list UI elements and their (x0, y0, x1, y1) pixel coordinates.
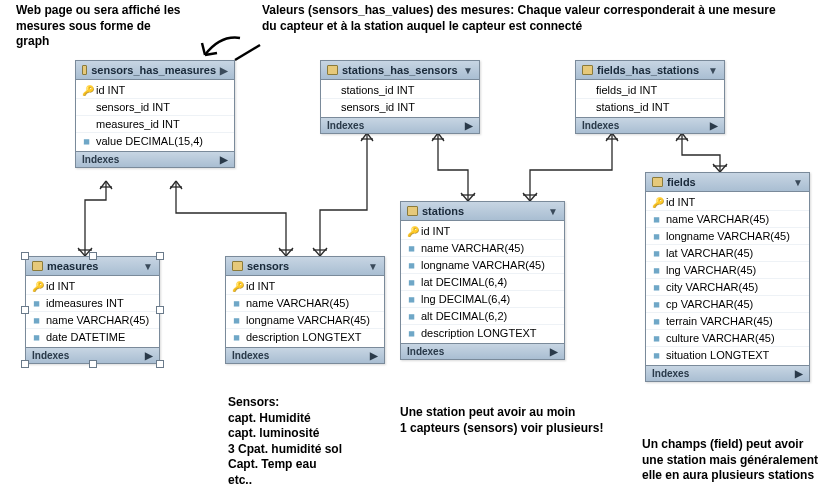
column-row[interactable]: city VARCHAR(45) (646, 279, 809, 296)
table-header[interactable]: fields ▼ (646, 173, 809, 192)
selection-handle[interactable] (21, 252, 29, 260)
column-row[interactable]: name VARCHAR(45) (646, 211, 809, 228)
expand-icon[interactable]: ▶ (795, 368, 803, 379)
table-icon (32, 261, 43, 271)
selection-handle[interactable] (156, 306, 164, 314)
column-row[interactable]: lat VARCHAR(45) (646, 245, 809, 262)
column-row[interactable]: measures_id INT (76, 116, 234, 133)
collapse-icon[interactable]: ▶ (220, 65, 228, 76)
expand-icon[interactable]: ▶ (220, 154, 228, 165)
column-row[interactable]: 🔑id INT (26, 278, 159, 295)
svg-line-14 (320, 248, 327, 256)
table-header[interactable]: stations_has_sensors ▼ (321, 61, 479, 80)
column-row[interactable]: name VARCHAR(45) (26, 312, 159, 329)
column-label: alt DECIMAL(6,2) (421, 310, 507, 322)
column-row[interactable]: description LONGTEXT (226, 329, 384, 345)
table-stations[interactable]: stations ▼ 🔑id INTname VARCHAR(45)longna… (400, 201, 565, 360)
svg-line-17 (367, 133, 373, 141)
column-row[interactable]: 🔑id INT (226, 278, 384, 295)
table-icon (407, 206, 418, 216)
column-row[interactable]: longname VARCHAR(45) (401, 257, 564, 274)
annotation-fields: Un champs (field) peut avoir une station… (642, 437, 830, 484)
table-icon (327, 65, 338, 75)
column-row[interactable]: stations_id INT (576, 99, 724, 115)
column-row[interactable]: description LONGTEXT (401, 325, 564, 341)
expand-icon[interactable]: ▶ (370, 350, 378, 361)
column-row[interactable]: 🔑id INT (401, 223, 564, 240)
indexes-section[interactable]: Indexes ▶ (646, 365, 809, 381)
selection-handle[interactable] (156, 360, 164, 368)
expand-icon[interactable]: ▶ (465, 120, 473, 131)
table-stations-has-sensors[interactable]: stations_has_sensors ▼ stations_id INTse… (320, 60, 480, 134)
table-fields[interactable]: fields ▼ 🔑id INTname VARCHAR(45)longname… (645, 172, 810, 382)
selection-handle[interactable] (21, 306, 29, 314)
diamond-icon (650, 348, 665, 363)
expand-icon[interactable]: ▶ (550, 346, 558, 357)
table-sensors-has-measures[interactable]: sensors_has_measures ▶ 🔑id INTsensors_id… (75, 60, 235, 168)
column-row[interactable]: culture VARCHAR(45) (646, 330, 809, 347)
column-row[interactable]: situation LONGTEXT (646, 347, 809, 363)
selection-handle[interactable] (156, 252, 164, 260)
expand-icon[interactable]: ▶ (145, 350, 153, 361)
table-measures[interactable]: measures ▼ 🔑id INTidmeasures INTname VAR… (25, 256, 160, 364)
diamond-icon (405, 292, 420, 307)
column-row[interactable]: longname VARCHAR(45) (646, 228, 809, 245)
annotation-values: Valeurs (sensors_has_values) des mesures… (262, 3, 822, 34)
column-row[interactable]: longname VARCHAR(45) (226, 312, 384, 329)
table-title: measures (47, 260, 98, 272)
column-row[interactable]: lng VARCHAR(45) (646, 262, 809, 279)
column-label: sensors_id INT (341, 101, 415, 113)
column-label: longname VARCHAR(45) (246, 314, 370, 326)
selection-handle[interactable] (89, 360, 97, 368)
column-row[interactable]: stations_id INT (321, 82, 479, 99)
indexes-section[interactable]: Indexes ▶ (401, 343, 564, 359)
selection-handle[interactable] (21, 360, 29, 368)
selection-handle[interactable] (89, 252, 97, 260)
table-header[interactable]: fields_has_stations ▼ (576, 61, 724, 80)
column-row[interactable]: name VARCHAR(45) (226, 295, 384, 312)
column-row[interactable]: 🔑id INT (646, 194, 809, 211)
column-row[interactable]: name VARCHAR(45) (401, 240, 564, 257)
column-row[interactable]: alt DECIMAL(6,2) (401, 308, 564, 325)
table-header[interactable]: sensors ▼ (226, 257, 384, 276)
collapse-icon[interactable]: ▼ (793, 177, 803, 188)
table-icon (582, 65, 593, 75)
expand-icon[interactable]: ▶ (710, 120, 718, 131)
table-fields-has-stations[interactable]: fields_has_stations ▼ fields_id INTstati… (575, 60, 725, 134)
table-title: sensors (247, 260, 289, 272)
collapse-icon[interactable]: ▼ (143, 261, 153, 272)
collapse-icon[interactable]: ▼ (708, 65, 718, 76)
column-row[interactable]: lng DECIMAL(6,4) (401, 291, 564, 308)
column-row[interactable]: value DECIMAL(15,4) (76, 133, 234, 149)
column-row[interactable]: 🔑id INT (76, 82, 234, 99)
collapse-icon[interactable]: ▼ (548, 206, 558, 217)
svg-line-28 (606, 133, 612, 141)
column-row[interactable]: cp VARCHAR(45) (646, 296, 809, 313)
table-sensors[interactable]: sensors ▼ 🔑id INTname VARCHAR(45)longnam… (225, 256, 385, 364)
collapse-icon[interactable]: ▼ (463, 65, 473, 76)
indexes-section[interactable]: Indexes ▶ (321, 117, 479, 133)
diamond-icon (650, 246, 665, 261)
column-label: name VARCHAR(45) (246, 297, 349, 309)
column-row[interactable]: terrain VARCHAR(45) (646, 313, 809, 330)
table-header[interactable]: sensors_has_measures ▶ (76, 61, 234, 80)
columns-list: stations_id INTsensors_id INT (321, 80, 479, 117)
column-row[interactable]: sensors_id INT (76, 99, 234, 116)
indexes-section[interactable]: Indexes ▶ (226, 347, 384, 363)
column-label: stations_id INT (341, 84, 414, 96)
collapse-icon[interactable]: ▼ (368, 261, 378, 272)
column-row[interactable]: fields_id INT (576, 82, 724, 99)
column-label: lng DECIMAL(6,4) (421, 293, 510, 305)
table-header[interactable]: stations ▼ (401, 202, 564, 221)
columns-list: fields_id INTstations_id INT (576, 80, 724, 117)
column-row[interactable]: sensors_id INT (321, 99, 479, 115)
indexes-section[interactable]: Indexes ▶ (576, 117, 724, 133)
column-label: id INT (96, 84, 125, 96)
indexes-section[interactable]: Indexes ▶ (76, 151, 234, 167)
column-row[interactable]: lat DECIMAL(6,4) (401, 274, 564, 291)
column-row[interactable]: date DATETIME (26, 329, 159, 345)
column-label: situation LONGTEXT (666, 349, 769, 361)
column-row[interactable]: idmeasures INT (26, 295, 159, 312)
svg-line-1 (78, 248, 85, 256)
diamond-icon (80, 134, 95, 149)
